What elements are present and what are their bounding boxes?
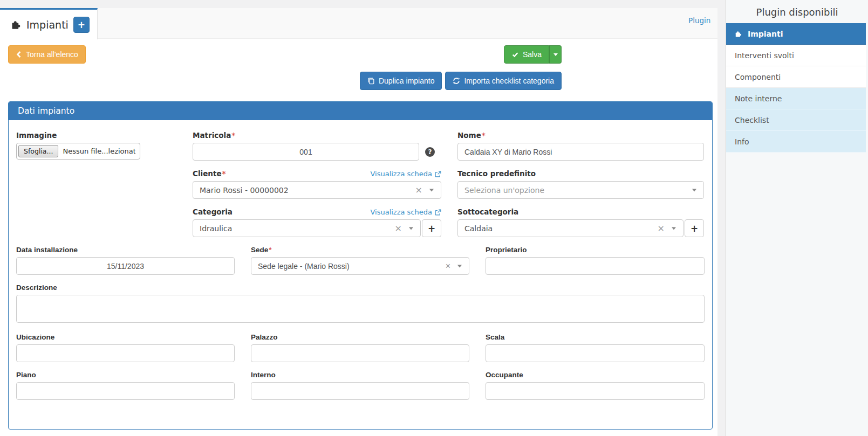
sidebar-item-checklist[interactable]: Checklist xyxy=(726,109,866,131)
required-marker: * xyxy=(222,169,226,178)
sidebar-item-componenti[interactable]: Componenti xyxy=(726,66,866,88)
occupante-label: Occupante xyxy=(486,371,705,379)
interno-input[interactable] xyxy=(251,382,469,400)
panel-title: Dati impianto xyxy=(9,102,712,120)
proprietario-label: Proprietario xyxy=(486,246,705,254)
clear-icon[interactable]: × xyxy=(446,262,450,271)
field-data-installazione: Data installazione xyxy=(16,246,235,275)
tecnico-select[interactable]: Seleziona un'opzione xyxy=(457,181,704,199)
puzzle-icon xyxy=(11,19,22,30)
dati-impianto-panel: Dati impianto Immagine Sfoglia... Nessun… xyxy=(8,101,713,430)
main-content: Impianti + Plugin Torna all'elenco Salva xyxy=(0,0,717,436)
sottocategoria-label: Sottocategoria xyxy=(457,207,704,216)
sottocategoria-value: Caldaia xyxy=(464,224,493,233)
field-sede: Sede* Sede legale - (Mario Rossi) × xyxy=(251,246,469,275)
back-to-list-button[interactable]: Torna all'elenco xyxy=(8,45,86,64)
data-installazione-label: Data installazione xyxy=(16,246,235,254)
sidebar-item-label: Interventi svolti xyxy=(735,51,794,60)
interno-label: Interno xyxy=(251,371,469,379)
nome-label: Nome xyxy=(457,131,481,140)
caret-down-icon xyxy=(457,265,462,267)
caret-down-icon xyxy=(672,227,676,230)
save-button[interactable]: Salva xyxy=(504,45,549,64)
sottocategoria-select[interactable]: Caldaia × xyxy=(457,219,684,237)
sidebar-item-label: Impianti xyxy=(748,30,783,38)
sync-icon xyxy=(453,77,460,85)
tab-bar xyxy=(0,8,717,39)
ubicazione-input[interactable] xyxy=(16,344,235,362)
visualizza-scheda-label: Visualizza scheda xyxy=(370,208,432,216)
scala-input[interactable] xyxy=(486,344,705,362)
puzzle-icon xyxy=(735,30,742,38)
check-icon xyxy=(511,51,519,58)
add-record-button[interactable]: + xyxy=(73,17,90,33)
field-proprietario: Proprietario xyxy=(486,246,705,275)
sidebar-item-note-interne[interactable]: Note interne xyxy=(726,88,866,109)
matricola-input[interactable] xyxy=(193,143,419,161)
occupante-input[interactable] xyxy=(486,382,705,400)
caret-down-icon xyxy=(429,189,434,191)
browse-button[interactable]: Sfoglia... xyxy=(18,145,58,157)
tecnico-placeholder: Seleziona un'opzione xyxy=(464,186,544,195)
data-installazione-input[interactable] xyxy=(16,257,235,275)
sidebar-item-info[interactable]: Info xyxy=(726,131,866,153)
matricola-label: Matricola xyxy=(193,131,231,140)
required-marker: * xyxy=(269,246,271,254)
caret-down-icon xyxy=(409,227,413,230)
field-categoria: Categoria Visualizza scheda xyxy=(193,207,441,237)
immagine-file-input[interactable]: Sfoglia... Nessun file...lezionato. xyxy=(16,143,140,160)
field-scala: Scala xyxy=(486,333,705,362)
visualizza-scheda-cliente-link[interactable]: Visualizza scheda xyxy=(370,170,441,178)
import-checklist-button[interactable]: Importa checklist categoria xyxy=(445,72,562,90)
categoria-select[interactable]: Idraulica × xyxy=(193,219,421,237)
piano-input[interactable] xyxy=(16,382,235,400)
file-status-text: Nessun file...lezionato. xyxy=(63,147,135,155)
required-marker: * xyxy=(482,131,486,140)
sede-select[interactable]: Sede legale - (Mario Rossi) × xyxy=(251,257,469,275)
descrizione-label: Descrizione xyxy=(16,283,705,292)
field-occupante: Occupante xyxy=(486,371,705,400)
plugin-sidebar: Plugin disponibili Impianti Interventi s… xyxy=(726,0,868,436)
import-checklist-label: Importa checklist categoria xyxy=(464,77,554,85)
back-to-list-label: Torna all'elenco xyxy=(26,50,78,59)
action-buttons-row: Duplica impianto Importa checklist categ… xyxy=(360,72,562,90)
caret-down-icon xyxy=(692,189,696,191)
duplicate-button[interactable]: Duplica impianto xyxy=(360,72,442,90)
plugin-link[interactable]: Plugin xyxy=(688,16,710,25)
clone-icon xyxy=(367,77,375,85)
sidebar-item-interventi-svolti[interactable]: Interventi svolti xyxy=(726,45,866,66)
clear-icon[interactable]: × xyxy=(395,224,402,233)
save-label: Salva xyxy=(523,50,542,59)
nome-input[interactable] xyxy=(457,143,704,161)
field-ubicazione: Ubicazione xyxy=(16,333,235,362)
add-categoria-button[interactable]: + xyxy=(422,219,441,237)
field-piano: Piano xyxy=(16,371,235,400)
save-options-button[interactable] xyxy=(549,45,562,64)
add-sottocategoria-button[interactable]: + xyxy=(685,219,704,237)
palazzo-label: Palazzo xyxy=(251,333,469,341)
visualizza-scheda-categoria-link[interactable]: Visualizza scheda xyxy=(370,208,441,216)
clear-icon[interactable]: × xyxy=(415,186,422,195)
duplicate-label: Duplica impianto xyxy=(379,77,435,85)
cliente-value: Mario Rossi - 00000002 xyxy=(200,186,289,195)
sidebar-item-label: Info xyxy=(735,137,749,146)
proprietario-input[interactable] xyxy=(486,257,705,275)
palazzo-input[interactable] xyxy=(251,344,469,362)
sede-value: Sede legale - (Mario Rossi) xyxy=(258,262,350,271)
question-circle-icon[interactable]: ? xyxy=(425,147,435,157)
sidebar-item-impianti[interactable]: Impianti xyxy=(726,23,866,45)
chevron-left-icon xyxy=(16,51,22,58)
categoria-value: Idraulica xyxy=(200,224,232,233)
sidebar-item-label: Note interne xyxy=(735,94,782,103)
required-marker: * xyxy=(231,131,235,140)
visualizza-scheda-label: Visualizza scheda xyxy=(370,170,432,178)
clear-icon[interactable]: × xyxy=(658,224,665,233)
field-interno: Interno xyxy=(251,371,469,400)
sidebar-title: Plugin disponibili xyxy=(726,0,868,23)
field-descrizione: Descrizione xyxy=(16,283,705,324)
sidebar-item-label: Checklist xyxy=(735,116,769,124)
tab-impianti[interactable]: Impianti + xyxy=(0,8,98,39)
field-immagine: Immagine Sfoglia... Nessun file...lezion… xyxy=(16,131,176,161)
cliente-select[interactable]: Mario Rossi - 00000002 × xyxy=(193,181,441,199)
descrizione-textarea[interactable] xyxy=(16,295,705,323)
